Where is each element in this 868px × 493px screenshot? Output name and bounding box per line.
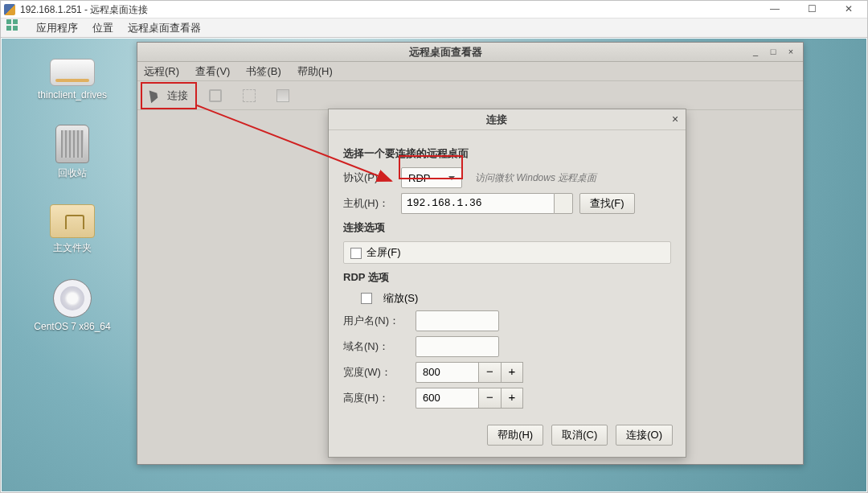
menu-remote[interactable]: 远程(R) bbox=[144, 64, 179, 79]
username-label: 用户名(N)： bbox=[343, 314, 409, 328]
menu-view[interactable]: 查看(V) bbox=[195, 64, 230, 79]
menu-bookmark[interactable]: 书签(B) bbox=[246, 64, 280, 79]
drive-icon bbox=[50, 59, 95, 86]
connect-icon bbox=[149, 88, 163, 103]
section-rdp-title: RDP 选项 bbox=[343, 270, 671, 285]
scale-checkbox[interactable] bbox=[361, 293, 372, 304]
dialog-connect-button[interactable]: 连接(O) bbox=[616, 425, 673, 446]
menu-remote-viewer[interactable]: 远程桌面查看器 bbox=[128, 18, 201, 37]
fullscreen-checkbox[interactable] bbox=[350, 248, 362, 259]
width-label: 宽度(W)： bbox=[343, 365, 409, 380]
dialog-help-button[interactable]: 帮助(H) bbox=[487, 425, 543, 446]
desktop-icon-drive[interactable]: thinclient_drives bbox=[24, 59, 121, 101]
desktop-icon-label: CentOS 7 x86_64 bbox=[34, 321, 110, 332]
toolbar-connect-button[interactable]: 连接 bbox=[142, 84, 195, 107]
fullscreen-option[interactable]: 全屏(F) bbox=[343, 241, 671, 264]
chevron-down-icon bbox=[448, 176, 455, 180]
host-dropdown-button[interactable] bbox=[554, 193, 573, 214]
scale-row: 缩放(S) bbox=[343, 291, 671, 306]
rdp-outer-window: 192.168.1.251 - 远程桌面连接 — ☐ ✕ 应用程序 位置 远程桌… bbox=[0, 0, 868, 493]
desktop-icons: thinclient_drives 回收站 主文件夹 CentOS 7 x86_… bbox=[24, 59, 121, 332]
section-conn-title: 连接选项 bbox=[343, 220, 671, 235]
dialog-titlebar: 连接 × bbox=[329, 109, 686, 130]
dialog-footer: 帮助(H) 取消(C) 连接(O) bbox=[329, 417, 686, 457]
domain-input[interactable] bbox=[416, 336, 499, 357]
desktop-icon-label: thinclient_drives bbox=[38, 89, 107, 101]
svg-rect-3 bbox=[13, 26, 18, 31]
menu-location[interactable]: 位置 bbox=[92, 18, 113, 37]
username-row: 用户名(N)： bbox=[343, 310, 671, 331]
toolbar-disconnect-button bbox=[202, 84, 229, 107]
rdp-icon bbox=[4, 4, 15, 15]
dialog-close-button[interactable]: × bbox=[665, 109, 686, 130]
menu-apps-icon bbox=[6, 18, 18, 31]
disc-icon bbox=[53, 279, 92, 318]
width-row: 宽度(W)： 800 − + bbox=[343, 362, 671, 383]
viewer-close-button[interactable]: × bbox=[784, 46, 798, 59]
dialog-title: 连接 bbox=[329, 113, 665, 127]
desktop-icon-disc[interactable]: CentOS 7 x86_64 bbox=[24, 279, 121, 332]
protocol-label: 协议(P)： bbox=[343, 170, 395, 185]
menu-apps[interactable]: 应用程序 bbox=[36, 18, 78, 37]
domain-row: 域名(N)： bbox=[343, 336, 671, 357]
viewer-title: 远程桌面查看器 bbox=[142, 45, 748, 60]
home-folder-icon bbox=[50, 204, 95, 238]
height-label: 高度(H)： bbox=[343, 391, 409, 405]
height-row: 高度(H)： 600 − + bbox=[343, 388, 671, 409]
outer-maximize-button[interactable]: ☐ bbox=[793, 1, 830, 18]
remote-desktop-area: thinclient_drives 回收站 主文件夹 CentOS 7 x86_… bbox=[2, 39, 866, 491]
protocol-hint: 访问微软 Windows 远程桌面 bbox=[475, 171, 596, 185]
section-choose-title: 选择一个要连接的远程桌面 bbox=[343, 146, 671, 161]
remote-viewer-window: 远程桌面查看器 _ □ × 远程(R) 查看(V) 书签(B) 帮助(H) 连接 bbox=[137, 42, 804, 465]
menu-help[interactable]: 帮助(H) bbox=[297, 64, 333, 79]
viewer-toolbar: 连接 bbox=[137, 81, 803, 110]
viewer-menubar: 远程(R) 查看(V) 书签(B) 帮助(H) bbox=[137, 62, 803, 81]
height-increment-button[interactable]: + bbox=[501, 388, 523, 409]
protocol-row: 协议(P)： RDP 访问微软 Windows 远程桌面 bbox=[343, 167, 671, 188]
height-decrement-button[interactable]: − bbox=[478, 388, 501, 409]
host-label: 主机(H)： bbox=[343, 196, 395, 211]
trash-icon bbox=[55, 125, 89, 163]
protocol-select[interactable]: RDP bbox=[401, 167, 462, 188]
host-row: 主机(H)： 192.168.1.36 查找(F) bbox=[343, 193, 671, 214]
connect-dialog: 连接 × 选择一个要连接的远程桌面 协议(P)： RDP 访问微软 Window… bbox=[328, 109, 686, 458]
dialog-cancel-button[interactable]: 取消(C) bbox=[551, 425, 608, 446]
outer-minimize-button[interactable]: — bbox=[756, 1, 793, 18]
desktop-icon-label: 回收站 bbox=[58, 166, 87, 180]
height-input[interactable]: 600 bbox=[416, 388, 478, 409]
viewer-minimize-button[interactable]: _ bbox=[748, 46, 763, 59]
svg-rect-0 bbox=[6, 19, 11, 24]
protocol-value: RDP bbox=[408, 172, 430, 184]
desktop-icon-label: 主文件夹 bbox=[53, 241, 92, 255]
desktop-icon-home[interactable]: 主文件夹 bbox=[24, 204, 121, 255]
outer-close-button[interactable]: ✕ bbox=[830, 1, 867, 18]
domain-label: 域名(N)： bbox=[343, 339, 409, 354]
svg-rect-1 bbox=[13, 19, 18, 24]
outer-titlebar: 192.168.1.251 - 远程桌面连接 — ☐ ✕ bbox=[1, 1, 867, 18]
disconnect-icon bbox=[209, 89, 222, 102]
scale-label: 缩放(S) bbox=[383, 291, 418, 306]
outer-title: 192.168.1.251 - 远程桌面连接 bbox=[20, 1, 756, 18]
username-input[interactable] bbox=[416, 310, 499, 331]
width-input[interactable]: 800 bbox=[416, 362, 478, 383]
screenshot-icon bbox=[276, 89, 289, 102]
find-button[interactable]: 查找(F) bbox=[579, 193, 635, 214]
viewer-titlebar: 远程桌面查看器 _ □ × bbox=[137, 43, 803, 62]
toolbar-screenshot-button bbox=[269, 84, 297, 107]
fullscreen-icon bbox=[243, 89, 256, 102]
toolbar-connect-label: 连接 bbox=[167, 88, 188, 103]
desktop-icon-trash[interactable]: 回收站 bbox=[24, 125, 121, 180]
host-input[interactable]: 192.168.1.36 bbox=[401, 193, 554, 214]
width-increment-button[interactable]: + bbox=[501, 362, 523, 383]
fullscreen-label: 全屏(F) bbox=[366, 246, 401, 258]
host-menubar: 应用程序 位置 远程桌面查看器 bbox=[1, 18, 867, 38]
svg-rect-2 bbox=[6, 26, 11, 31]
width-decrement-button[interactable]: − bbox=[478, 362, 501, 383]
toolbar-fullscreen-button bbox=[235, 84, 263, 107]
viewer-maximize-button[interactable]: □ bbox=[766, 46, 780, 59]
